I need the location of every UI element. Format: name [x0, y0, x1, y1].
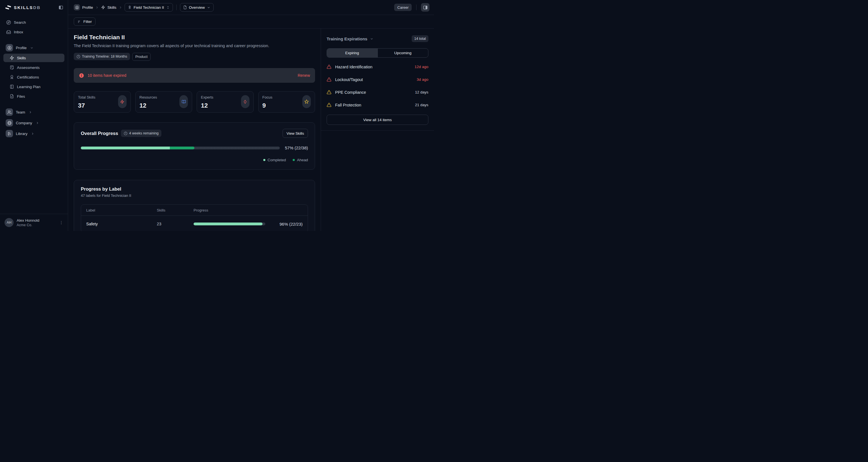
- chevrons-up-down-icon: [166, 6, 170, 9]
- row-label: Safety: [86, 222, 157, 226]
- main-content: Field Technician II The Field Technician…: [68, 29, 321, 231]
- expiration-list: Hazard Identification 12d ago Lockout/Ta…: [327, 60, 428, 111]
- table-row-safety[interactable]: Safety 23 96% (22/23): [81, 216, 308, 231]
- user-name: Alex Honnold: [17, 218, 56, 223]
- notebook-icon: [10, 85, 14, 89]
- sidebar-item-files[interactable]: Files: [3, 92, 64, 101]
- sidebar-item-certifications[interactable]: Certifications: [3, 73, 64, 81]
- chevron-right-icon: [29, 110, 32, 114]
- training-expirations-section: Training Expirations 14 total Expiring U…: [321, 29, 434, 131]
- filter-lines-icon: [78, 20, 82, 24]
- row-progress-bar: [193, 223, 265, 225]
- panel-left-icon: [59, 5, 63, 10]
- stat-label: Experts: [201, 95, 213, 99]
- stat-cards: Total Skills37 Resources12 Experts12 Foc…: [74, 91, 315, 113]
- progress-by-label-subtitle: 47 labels for Field Technician II: [81, 193, 308, 198]
- sidebar-item-team[interactable]: Team: [3, 107, 64, 117]
- training-expirations-title: Training Expirations: [327, 36, 367, 41]
- tab-upcoming[interactable]: Upcoming: [377, 48, 428, 57]
- tab-expiring[interactable]: Expiring: [327, 48, 377, 57]
- progress-ahead-segment: [170, 146, 194, 150]
- legend-ahead: Ahead: [293, 158, 308, 162]
- alert-message: 10 items have expired: [88, 73, 126, 78]
- view-all-button[interactable]: View all 14 items: [327, 114, 428, 125]
- row-progress-fill: [193, 223, 262, 225]
- app-root: SKILLSDB Search Inbox Profile: [0, 0, 434, 231]
- clock-icon: [76, 55, 80, 59]
- legend-dot: [293, 159, 295, 161]
- expiration-name: Fall Protection: [335, 103, 361, 107]
- program-select-value: Field Technician II: [134, 5, 164, 10]
- logo-icon: [5, 5, 11, 10]
- zap-icon: [101, 5, 105, 9]
- sidebar-collapse-button[interactable]: [59, 5, 63, 10]
- program-select[interactable]: Field Technician II: [125, 3, 173, 11]
- sidebar-item-inbox[interactable]: Inbox: [3, 28, 64, 36]
- award-icon: [10, 75, 14, 79]
- user-avatar-icon: [6, 44, 13, 52]
- list-item[interactable]: Lockout/Tagout 3d ago: [327, 73, 428, 86]
- breadcrumb-profile[interactable]: Profile: [82, 5, 93, 10]
- chevron-down-icon: [207, 6, 211, 9]
- sidebar-item-company[interactable]: Company: [3, 118, 64, 128]
- chevron-down-icon[interactable]: [370, 37, 374, 41]
- alert-triangle-icon: [327, 77, 332, 82]
- right-panel-toggle-button[interactable]: [421, 3, 430, 11]
- column-header-label: Label: [86, 208, 157, 212]
- labels-table: Label Skills Progress Safety 23 96% (22/…: [81, 204, 308, 231]
- filter-button-label: Filter: [83, 20, 92, 24]
- renew-link[interactable]: Renew: [298, 73, 310, 78]
- sidebar-item-assessments[interactable]: Assessments: [3, 63, 64, 72]
- stat-value: 12: [201, 102, 213, 109]
- content-row: Field Technician II The Field Technician…: [68, 29, 434, 231]
- assessment-icon: [10, 65, 14, 70]
- clock-icon: [124, 132, 127, 135]
- breadcrumb-skills[interactable]: Skills: [107, 5, 116, 10]
- sidebar-item-search[interactable]: Search: [3, 18, 64, 27]
- stat-value: 9: [262, 102, 272, 109]
- page-title: Field Technician II: [74, 34, 315, 40]
- layers-icon: [128, 5, 132, 9]
- sidebar-item-label: Profile: [16, 46, 27, 50]
- row-skills: 23: [157, 222, 193, 226]
- panel-right-icon: [423, 5, 428, 10]
- profile-avatar-icon: [74, 4, 80, 10]
- zap-icon: [10, 56, 14, 60]
- user-meta: Alex Honnold Acme Co.: [17, 218, 56, 227]
- filter-button[interactable]: Filter: [74, 18, 95, 26]
- overall-progress-title: Overall Progress: [81, 131, 118, 136]
- stat-label: Resources: [140, 95, 157, 99]
- product-badge: Product: [132, 53, 151, 61]
- sidebar-item-library[interactable]: Library: [3, 129, 64, 138]
- stat-value: 37: [78, 102, 95, 109]
- column-header-skills: Skills: [157, 208, 193, 212]
- kebab-menu-icon[interactable]: ⋮: [59, 222, 63, 223]
- expiration-time: 21 days: [415, 103, 428, 107]
- inbox-icon: [6, 30, 11, 34]
- sidebar-item-skills[interactable]: Skills: [3, 54, 64, 62]
- info-circle-icon: [79, 73, 84, 78]
- list-item[interactable]: Fall Protection 21 days: [327, 99, 428, 111]
- career-chip[interactable]: Career: [394, 4, 412, 11]
- sidebar-item-learning-plan[interactable]: Learning Plan: [3, 82, 64, 91]
- progress-by-label-card: Progress by Label 47 labels for Field Te…: [74, 180, 315, 231]
- list-item[interactable]: PPE Compliance 12 days: [327, 86, 428, 99]
- row-percent-label: 96% (22/23): [269, 222, 303, 227]
- sidebar-item-label: Company: [16, 121, 32, 125]
- user-profile-row[interactable]: AH Alex Honnold Acme Co. ⋮: [0, 214, 68, 231]
- overall-progress-card: Overall Progress 4 weeks remaining View …: [74, 122, 315, 170]
- stat-label: Total Skills: [78, 95, 95, 99]
- star-icon: [302, 95, 311, 108]
- badge-row: Training Timeline: 18 Months Product: [74, 53, 315, 61]
- view-skills-button[interactable]: View Skills: [283, 129, 308, 138]
- sidebar-item-profile[interactable]: Profile: [3, 43, 64, 53]
- expiration-name: Lockout/Tagout: [335, 77, 363, 82]
- divider: [416, 4, 416, 10]
- alert-triangle-icon: [327, 90, 332, 95]
- sidebar-item-label: Team: [16, 110, 25, 114]
- legend-completed: Completed: [264, 158, 286, 162]
- list-item[interactable]: Hazard Identification 12d ago: [327, 60, 428, 73]
- view-select[interactable]: Overview: [180, 3, 214, 11]
- sidebar-item-label: Files: [17, 94, 25, 99]
- expiration-time: 12 days: [415, 90, 428, 94]
